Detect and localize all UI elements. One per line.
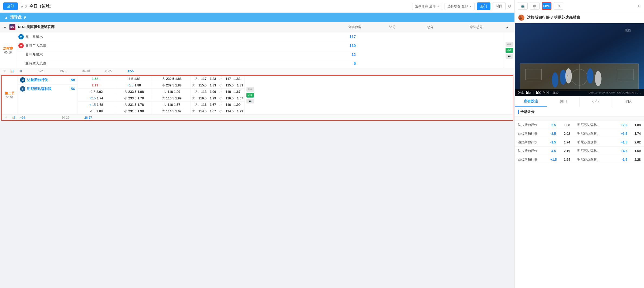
time-button[interactable]: 时间 <box>493 2 506 10</box>
live-icon-btn[interactable]: LIVE <box>506 48 513 53</box>
total-cell-1[interactable]: 大 233.5 1.98 <box>115 89 153 95</box>
team-logo-hawks: H <box>18 43 24 48</box>
match2-team-total-col: 大 117 1.83 小 117 1.83 大 115.5 1.83 小 115… <box>191 76 245 114</box>
more-btn2[interactable]: +24 <box>20 116 25 119</box>
odds-row-0[interactable]: 达拉斯独行侠 -2.5 1.88 明尼苏达森林... +2.5 1.88 <box>515 121 644 129</box>
spread-extra-3[interactable]: +1.5 1.68 <box>77 102 115 108</box>
wolves-ml-cell[interactable]: 2.13 ↑ <box>77 82 115 89</box>
bally-logo: TO BALLYSPORTS.COM FOR MORE MAVS COVERAG… <box>587 91 641 94</box>
court-svg: 8 熊猫 <box>515 23 644 96</box>
chart-icon2[interactable]: 📊 <box>12 116 16 119</box>
score-icon-btn[interactable]: 01↕ <box>506 42 513 47</box>
spread2-val: 1.88 <box>135 83 141 87</box>
tt-r3-1[interactable]: 大 118 1.99 <box>153 89 191 95</box>
video-container[interactable]: 8 熊猫 DAL 55 | 58 MIN 2ND TO BALLYSPORTS.… <box>515 23 644 96</box>
odds-val2-2: 2.02 <box>627 140 641 144</box>
stat4: 20-27 <box>105 69 113 73</box>
tt4-dir2: 小 <box>219 96 222 100</box>
match-title-text: 达拉斯独行侠 v 明尼苏达森林狼 <box>527 15 580 20</box>
score-btn[interactable]: 01 <box>530 2 540 10</box>
right-section-label: 全场让分 <box>520 109 534 114</box>
odds-row-2[interactable]: 达拉斯独行侠 -1.5 1.74 明尼苏达森林... +1.5 2.02 <box>515 138 644 147</box>
tt1-dir2: 小 <box>219 77 222 81</box>
spread-extra-4[interactable]: -1.5 2.08 <box>77 108 115 114</box>
star-icon-stats2[interactable]: ☆ <box>5 116 8 119</box>
spread-extra-1[interactable]: -2.5 2.02 <box>77 89 115 95</box>
star-filter: ★ 0 <box>21 4 27 8</box>
ml-arrow-down: ↓ <box>99 77 101 80</box>
match1-side-icons: 01↕ LIVE 📷 <box>504 32 514 68</box>
more-btn[interactable]: +0 <box>18 69 22 73</box>
tt-r5-1[interactable]: 大 116 1.67 <box>153 102 191 108</box>
score-icon: 01 <box>533 4 536 8</box>
camera-icon-btn[interactable]: 📷 <box>506 54 513 59</box>
nba-logo: NBA <box>9 24 15 30</box>
total-main-2[interactable]: 小 232.5 1.88 <box>153 82 191 89</box>
tab-quarter[interactable]: 小节 <box>579 96 612 107</box>
teams-col: M 奥兰多魔术 117 H 亚特兰大老鹰 110 M 奥兰多魔术 12 <box>16 32 358 68</box>
total-cell-2[interactable]: 小 233.5 1.78 <box>115 95 153 102</box>
odds-spread1-0: -2.5 <box>550 123 564 127</box>
tt-r4-1[interactable]: 大 116.5 1.99 <box>153 95 191 102</box>
odds-row-3[interactable]: 达拉斯独行侠 -4.5 2.19 明尼苏达森林... +4.5 1.60 <box>515 147 644 155</box>
right-refresh-icon[interactable]: ↻ <box>638 4 641 8</box>
odds-spread1-2: -1.5 <box>550 140 564 144</box>
team-logo-mavs: M <box>20 77 25 83</box>
match2-score-icon[interactable]: 01↕ <box>246 87 254 92</box>
home-score-num: 55 <box>526 90 531 95</box>
hot-button[interactable]: 热门 <box>477 2 490 10</box>
total-main2-line: 232.5 <box>166 83 174 87</box>
team-row-2: H 亚特兰大老鹰 110 <box>16 41 358 50</box>
team-name-hawks-ot: 亚特兰大老鹰 <box>25 61 345 66</box>
stat2: 19-32 <box>60 69 67 73</box>
mavs-ml-cell[interactable]: 1.62 ↓ <box>77 76 115 82</box>
chart-icon[interactable]: 📊 <box>10 69 14 73</box>
odds-row-1[interactable]: 达拉斯独行侠 -3.5 2.02 明尼苏达森林... +3.5 1.74 <box>515 129 644 138</box>
spread-cell-1[interactable]: -1.5 1.88 <box>115 76 153 82</box>
team-row-1: M 奥兰多魔术 117 <box>16 32 358 41</box>
spread-cell-2[interactable]: +1.5 1.88 <box>115 82 153 89</box>
odds-spread2-3: +4.5 <box>614 149 627 153</box>
tt1-l2: 117 <box>226 77 231 81</box>
match2-camera-icon[interactable]: 📷 <box>246 99 254 103</box>
total-main-1[interactable]: 大 232.5 1.88 <box>153 76 191 82</box>
all-button[interactable]: 全部 <box>3 2 18 10</box>
match2-live-icon[interactable]: LIVE <box>246 93 254 98</box>
team-score-hawks: 110 <box>347 43 356 48</box>
tt-r4-dir1: 大 <box>162 96 165 100</box>
col-header-moneyline: 全场独赢 <box>336 25 374 29</box>
total-cell-3[interactable]: 大 231.5 1.78 <box>115 102 153 108</box>
total-cell-4[interactable]: 小 231.5 1.98 <box>115 108 153 114</box>
stats-btn[interactable]: 01 <box>554 2 563 10</box>
section-header-rolling[interactable]: ▲ 滚球盘 9 <box>0 13 514 22</box>
tv-icon: 📺 <box>521 5 524 8</box>
total2-val: 1.78 <box>137 96 144 100</box>
top-bar-right: 近期开赛 全部 ▼ 选择联赛 全部 ▼ 热门 时间 ↻ <box>412 2 511 10</box>
refresh-icon[interactable]: ↻ <box>508 4 511 9</box>
tt-r6-1[interactable]: 大 114.5 1.67 <box>153 108 191 114</box>
match2-teams-col: M 达拉斯独行侠 58 T 明尼苏达森林狼 56 <box>18 76 77 114</box>
odds-row-4[interactable]: 达拉斯独行侠 +1.5 1.54 明尼苏达森林... -1.5 2.28 <box>515 155 644 164</box>
tab-all-bets[interactable]: 所有投注 <box>515 96 547 107</box>
main-content: ▲ 滚球盘 9 ▲ NBA NBA 美国职业篮球联赛 全场独赢 让分 总分 球队… <box>0 13 514 288</box>
col-header-team-total: 球队总分 <box>449 25 503 29</box>
recent-games-dropdown[interactable]: 近期开赛 全部 ▼ <box>412 3 442 10</box>
total-main1-dir: 大 <box>162 77 165 81</box>
svg-point-9 <box>587 68 594 83</box>
tv-btn[interactable]: 📺 <box>518 2 528 10</box>
spread-extra-2[interactable]: +2.5 1.74 <box>77 95 115 102</box>
match2-main-row: 第二节 00:04 M 达拉斯独行侠 58 T 明尼苏达森林狼 56 <box>2 76 513 114</box>
odds-val2-1: 1.74 <box>627 132 641 136</box>
away-team-score-bar: MIN <box>543 91 549 95</box>
odds-team2-3: 明尼苏达森林... <box>577 149 614 153</box>
spread-label-2: +2.5 <box>89 96 96 100</box>
tt5-dir1: 大 <box>195 103 198 107</box>
tab-team[interactable]: 球队 <box>612 96 644 107</box>
match2-total-col: 大 232.5 1.88 小 232.5 1.88 大 118 1.99 <box>153 76 191 114</box>
svg-point-8 <box>565 68 572 83</box>
league-header: ▲ NBA NBA 美国职业篮球联赛 全场独赢 让分 总分 球队总分 ★ <box>0 22 514 32</box>
league-dropdown[interactable]: 选择联赛 全部 ▼ <box>445 3 475 10</box>
tab-hot[interactable]: 热门 <box>547 96 579 107</box>
live-btn[interactable]: LIVE <box>542 2 551 10</box>
star-icon-stats[interactable]: ☆ <box>3 69 6 73</box>
